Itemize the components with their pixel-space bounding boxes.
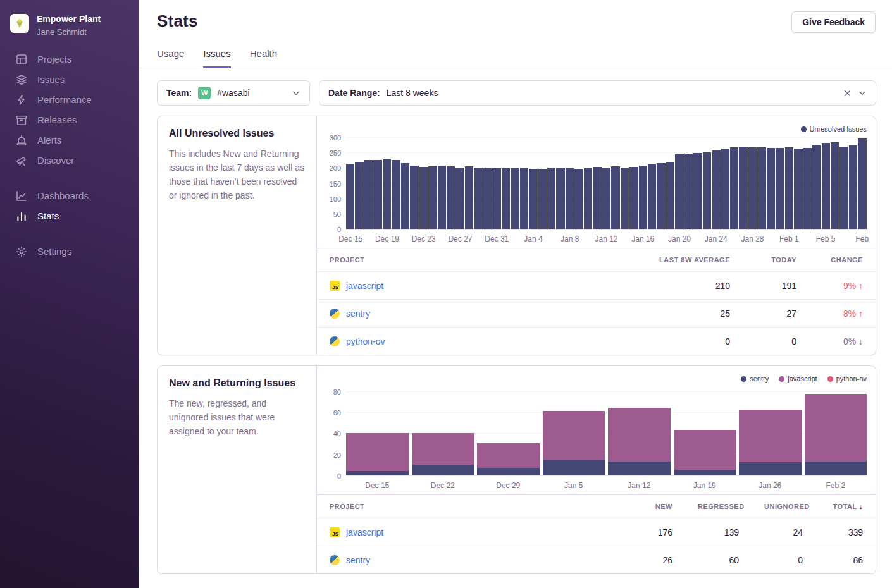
sidebar-nav-secondary: Dashboards Stats [0, 186, 139, 226]
legend-dot [801, 126, 807, 132]
dashboards-icon [16, 190, 27, 202]
clear-icon[interactable] [843, 89, 852, 97]
new-returning-panel-description: New and Returning Issues The new, regres… [158, 366, 317, 573]
team-select-value: #wasabi [217, 88, 249, 98]
regressed-value: 60 [685, 555, 752, 565]
unresolved-issues-panel: All Unresolved Issues This includes New … [157, 116, 876, 355]
javascript-icon: JS [330, 527, 340, 537]
nav-label: Settings [37, 246, 71, 257]
tab-health[interactable]: Health [250, 48, 277, 68]
sidebar-item-dashboards[interactable]: Dashboards [0, 186, 139, 206]
nav-label: Performance [37, 94, 92, 105]
new-value: 26 [609, 555, 685, 565]
new-returning-panel-main: sentry javascript python-ov [317, 366, 876, 573]
new-returning-yaxis: 020406080 [322, 388, 341, 476]
sidebar-item-projects[interactable]: Projects [0, 49, 139, 70]
project-link-sentry[interactable]: sentry [346, 309, 370, 319]
new-returning-xaxis: Dec 15Dec 22Dec 29Jan 5Jan 12Jan 19Jan 2… [346, 476, 867, 493]
legend-item-javascript[interactable]: javascript [779, 375, 817, 383]
sidebar-nav-primary: Projects Issues Performance Releases Ale… [0, 49, 139, 171]
project-link-javascript[interactable]: javascript [346, 527, 383, 537]
column-header-change: CHANGE [809, 256, 876, 264]
sidebar-item-issues[interactable]: Issues [0, 70, 139, 90]
sidebar-item-discover[interactable]: Discover [0, 150, 139, 171]
total-value: 339 [815, 527, 876, 537]
panel-description-text: This includes New and Returning issues i… [169, 147, 305, 202]
legend-dot [827, 376, 833, 382]
sidebar-item-performance[interactable]: Performance [0, 90, 139, 110]
releases-icon [16, 114, 27, 126]
legend-item-sentry[interactable]: sentry [741, 375, 769, 383]
column-header-average: LAST 8W AVERAGE [616, 256, 743, 264]
unresolved-xaxis: Dec 15Dec 19Dec 23Dec 27Dec 31Jan 4Jan 8… [346, 230, 867, 247]
project-link-python-ov[interactable]: python-ov [346, 336, 385, 346]
user-name: Jane Schmidt [37, 27, 101, 37]
unresolved-yaxis: 050100150200250300 [322, 138, 341, 230]
new-returning-legend: sentry javascript python-ov [322, 372, 867, 385]
legend-label: python-ov [836, 375, 867, 383]
trend-arrow-icon: ↑ [858, 309, 863, 319]
project-link-javascript[interactable]: javascript [346, 281, 383, 291]
page-header: Stats Give Feedback [139, 0, 892, 33]
unresolved-table: PROJECT LAST 8W AVERAGE TODAY CHANGE JS … [317, 248, 876, 355]
team-select[interactable]: Team: W #wasabi [157, 80, 310, 106]
sidebar-item-releases[interactable]: Releases [0, 110, 139, 130]
new-returning-table: PROJECT NEW REGRESSED UNIGNORED TOTAL ↓ … [317, 494, 876, 573]
unresolved-chart: Unresolved Issues 050100150200250300 Dec… [317, 116, 876, 247]
change-cell: 8% ↑ [809, 309, 876, 319]
column-header-project: PROJECT [317, 256, 616, 264]
nav-label: Projects [37, 54, 71, 64]
page-content: Team: W #wasabi Date Range: Last 8 weeks [139, 68, 892, 588]
sidebar-item-stats[interactable]: Stats [0, 206, 139, 226]
column-header-total[interactable]: TOTAL ↓ [815, 503, 876, 510]
today-value: 0 [743, 336, 809, 346]
tab-usage[interactable]: Usage [157, 48, 184, 68]
unignored-value: 24 [752, 527, 815, 537]
legend-label: sentry [750, 375, 769, 383]
legend-label: javascript [788, 375, 817, 383]
legend-label: Unresolved Issues [810, 125, 867, 133]
trend-arrow-icon: ↓ [858, 336, 863, 346]
unresolved-panel-description: All Unresolved Issues This includes New … [158, 116, 317, 355]
python-icon [330, 336, 340, 346]
avg-value: 0 [616, 336, 743, 346]
alerts-icon [16, 135, 27, 146]
sidebar-item-settings[interactable]: Settings [0, 242, 139, 262]
sidebar-nav-footer: Settings [0, 242, 139, 262]
page-title: Stats [157, 11, 198, 31]
org-text: Empower Plant Jane Schmidt [37, 14, 101, 37]
tab-bar: Usage Issues Health [139, 33, 892, 68]
tab-issues[interactable]: Issues [203, 48, 230, 68]
discover-icon [16, 155, 27, 166]
nav-label: Stats [37, 211, 59, 221]
org-switcher[interactable]: Empower Plant Jane Schmidt [0, 9, 139, 49]
table-row: JS javascript 176 139 24 339 [317, 518, 876, 546]
app-root: Empower Plant Jane Schmidt Projects Issu… [0, 0, 892, 588]
give-feedback-button[interactable]: Give Feedback [791, 11, 876, 33]
sidebar-item-alerts[interactable]: Alerts [0, 130, 139, 150]
date-range-select[interactable]: Date Range: Last 8 weeks [319, 80, 876, 106]
table-header-row: PROJECT LAST 8W AVERAGE TODAY CHANGE [317, 248, 876, 271]
issues-icon [16, 74, 27, 85]
today-value: 191 [743, 281, 809, 291]
avg-value: 210 [616, 281, 743, 291]
table-row: sentry 26 60 0 86 [317, 546, 876, 573]
sort-arrow-icon: ↓ [859, 503, 863, 510]
project-link-sentry[interactable]: sentry [346, 555, 370, 565]
total-value: 86 [815, 555, 876, 565]
python-icon [330, 555, 340, 565]
legend-item-unresolved[interactable]: Unresolved Issues [801, 125, 867, 133]
legend-item-python-ov[interactable]: python-ov [827, 375, 867, 383]
new-returning-bars [346, 388, 867, 476]
table-row: python-ov 0 0 0% ↓ [317, 327, 876, 355]
legend-dot [741, 376, 746, 382]
filter-bar: Team: W #wasabi Date Range: Last 8 weeks [157, 80, 876, 106]
new-returning-plot: 020406080 [346, 388, 867, 476]
unignored-value: 0 [752, 555, 815, 565]
trend-arrow-icon: ↑ [858, 281, 863, 291]
table-row: JS javascript 210 191 9% ↑ [317, 271, 876, 299]
legend-dot [779, 376, 784, 382]
table-header-row: PROJECT NEW REGRESSED UNIGNORED TOTAL ↓ [317, 495, 876, 518]
unresolved-legend: Unresolved Issues [322, 123, 867, 135]
column-header-new: NEW [609, 503, 685, 510]
